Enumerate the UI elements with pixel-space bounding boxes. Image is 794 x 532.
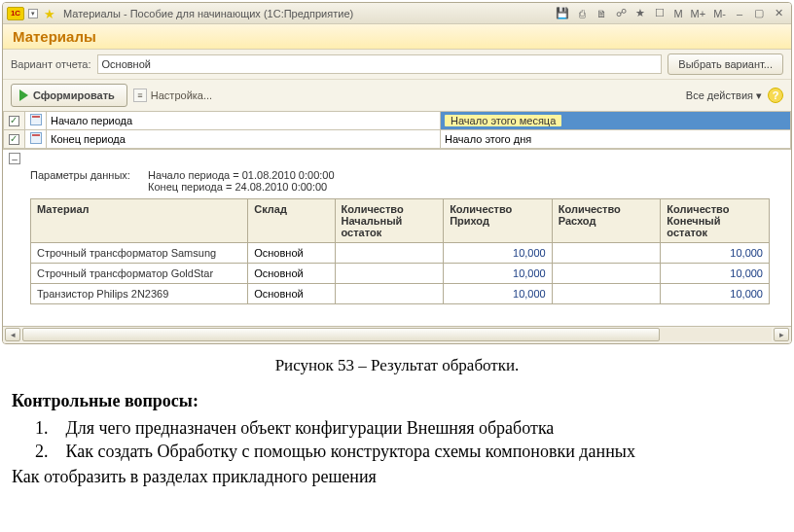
all-actions-label: Все действия xyxy=(686,89,753,101)
scroll-left-icon[interactable]: ◂ xyxy=(5,328,20,341)
period-name: Конец периода xyxy=(47,130,441,149)
col-in: Количество Приход xyxy=(444,198,553,242)
play-icon xyxy=(19,89,28,101)
all-actions-dropdown[interactable]: Все действия ▾ xyxy=(686,89,762,102)
params-label: Параметры данных: xyxy=(30,169,145,181)
calendar-icon xyxy=(30,132,42,144)
data-parameters: Параметры данных: Начало периода = 01.08… xyxy=(7,165,787,198)
horizontal-scrollbar[interactable]: ◂ ▸ xyxy=(3,326,791,343)
settings-button[interactable]: ≡ Настройка... xyxy=(133,89,212,102)
question-item: 1. Для чего предназначен объект конфигур… xyxy=(62,416,782,440)
period-row-end[interactable]: Конец периода Начало этого дня xyxy=(4,130,791,149)
chevron-down-icon: ▾ xyxy=(756,89,762,102)
preview-icon[interactable]: 🗎 xyxy=(593,6,610,21)
document-text: Контрольные вопросы: 1. Для чего предназ… xyxy=(0,389,794,499)
choose-variant-button[interactable]: Выбрать вариант... xyxy=(668,53,783,75)
memory-m-button[interactable]: M xyxy=(670,8,685,19)
close-icon[interactable]: ✕ xyxy=(770,6,787,21)
table-row[interactable]: Транзистор Philips 2N2369 Основной 10,00… xyxy=(31,283,770,303)
period-value[interactable]: Начало этого месяца xyxy=(445,115,561,126)
memory-mplus-button[interactable]: M+ xyxy=(688,8,709,19)
col-initial: Количество Начальный остаток xyxy=(335,198,444,242)
period-name: Начало периода xyxy=(47,112,441,130)
checkbox-icon[interactable] xyxy=(9,116,19,126)
window-title: Материалы - Пособие для начинающих (1С:П… xyxy=(63,8,353,19)
generate-button[interactable]: Сформировать xyxy=(11,84,127,107)
table-row[interactable]: Строчный трансформатор GoldStar Основной… xyxy=(31,263,770,283)
period-grid: Начало периода Начало этого месяца Конец… xyxy=(3,111,791,149)
question-item: 2. Как создать Обработку с помощью конст… xyxy=(62,440,782,463)
data-table: Материал Склад Количество Начальный оста… xyxy=(30,198,770,304)
logo-1c-icon: 1C xyxy=(7,7,24,20)
calc-icon[interactable]: ☐ xyxy=(651,6,668,21)
checkbox-icon[interactable] xyxy=(9,134,19,145)
page-header: Материалы xyxy=(3,24,791,50)
collapse-icon[interactable]: – xyxy=(9,153,20,164)
maximize-icon[interactable]: ▢ xyxy=(750,6,768,21)
minimize-icon[interactable]: – xyxy=(731,6,748,21)
toolbar: Сформировать ≡ Настройка... Все действия… xyxy=(3,80,791,111)
titlebar-menu-icon[interactable]: ▾ xyxy=(28,9,38,18)
table-header-row: Материал Склад Количество Начальный оста… xyxy=(31,198,770,242)
variant-row: Вариант отчета: Выбрать вариант... xyxy=(3,50,791,80)
questions-heading: Контрольные вопросы: xyxy=(12,389,782,412)
col-final: Количество Конечный остаток xyxy=(661,198,770,242)
params-line: Конец периода = 24.08.2010 0:00:00 xyxy=(148,181,327,193)
variant-label: Вариант отчета: xyxy=(11,58,91,70)
params-line: Начало периода = 01.08.2010 0:00:00 xyxy=(148,169,334,181)
settings-label: Настройка... xyxy=(151,89,212,101)
favorite-add-icon[interactable]: ★ xyxy=(632,6,649,21)
scroll-track[interactable] xyxy=(22,328,772,341)
col-out: Количество Расход xyxy=(552,198,661,242)
variant-input[interactable] xyxy=(97,54,663,74)
memory-mminus-button[interactable]: M- xyxy=(710,8,729,19)
question-item: Как отобразить в разделах прикладного ре… xyxy=(12,465,782,488)
period-value[interactable]: Начало этого дня xyxy=(441,130,791,149)
print-icon[interactable]: ⎙ xyxy=(573,6,591,21)
settings-icon: ≡ xyxy=(133,89,147,102)
generate-button-label: Сформировать xyxy=(33,89,115,101)
scroll-thumb[interactable] xyxy=(22,328,660,341)
calendar-icon xyxy=(30,114,42,125)
col-material: Материал xyxy=(31,198,248,242)
page-title: Материалы xyxy=(13,28,781,45)
period-row-start[interactable]: Начало периода Начало этого месяца xyxy=(4,112,791,130)
report-body: – Параметры данных: Начало периода = 01.… xyxy=(3,149,791,326)
app-window: 1C ▾ ★ Материалы - Пособие для начинающи… xyxy=(2,2,792,344)
titlebar: 1C ▾ ★ Материалы - Пособие для начинающи… xyxy=(3,3,791,24)
save-icon[interactable]: 💾 xyxy=(554,6,571,21)
star-icon[interactable]: ★ xyxy=(44,7,57,20)
scroll-right-icon[interactable]: ▸ xyxy=(774,328,789,341)
figure-caption: Рисунок 53 – Результат обработки. xyxy=(0,356,794,375)
col-warehouse: Склад xyxy=(248,198,335,242)
link-icon[interactable]: ☍ xyxy=(612,6,630,21)
help-icon[interactable]: ? xyxy=(768,88,783,103)
table-row[interactable]: Строчный трансформатор Samsung Основной … xyxy=(31,242,770,263)
